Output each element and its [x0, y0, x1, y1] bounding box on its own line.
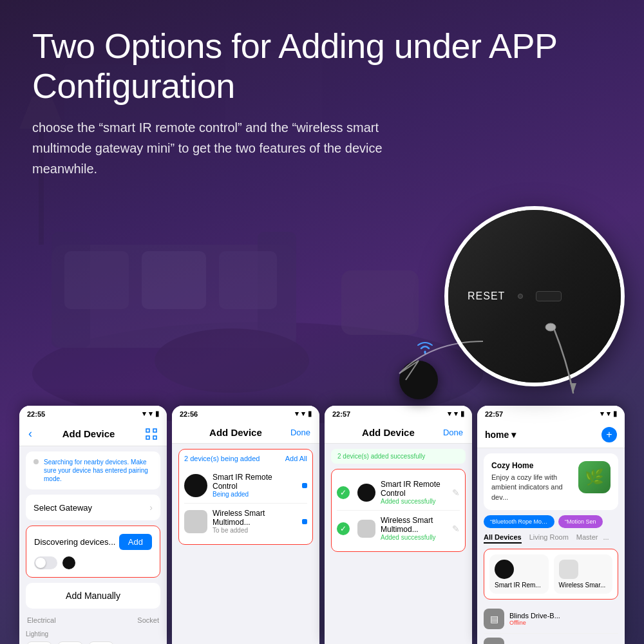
bubble-connector — [367, 335, 496, 399]
star-icon: ★ — [484, 638, 504, 644]
device-card-icon-2 — [559, 560, 578, 579]
plus-button[interactable]: + — [601, 427, 617, 442]
phone4-body: Cozy Home Enjoy a cozy life with ambient… — [477, 448, 625, 644]
device-card-1[interactable]: Smart IR Rem... — [489, 554, 549, 594]
phone3-done-btn[interactable]: Done — [443, 428, 463, 437]
success-banner: 2 device(s) added successfully — [331, 449, 466, 464]
phone2-device2: Wireless Smart Multimod... To be added — [184, 504, 307, 539]
main-title: Two Options for Adding under APP Configu… — [32, 26, 612, 106]
scene-btn-1[interactable]: “Bluetooth Rope Motor 2” C... — [484, 515, 554, 528]
scenes-row: “Bluetooth Rope Motor 2” C... “Motion Se… — [477, 515, 625, 533]
phone2-time: 22:56 — [180, 410, 198, 418]
device2-thumb3 — [357, 520, 375, 538]
battery-icon4: ▮ — [613, 410, 617, 418]
electrical-label: Electrical — [27, 616, 56, 624]
device1-status3: Added successfully — [381, 498, 447, 505]
device1-info: Smart IR Remote Control Being added — [213, 473, 297, 498]
device-card-2[interactable]: Wireless Smar... — [554, 554, 613, 594]
scene-btn-2[interactable]: “Motion Sen — [558, 515, 603, 528]
device2-info3: Wireless Smart Multimod... Added success… — [381, 516, 447, 541]
signal-icon3: ▾ — [448, 410, 451, 418]
more-devices: ▤ Blinds Drive-B... Offline ★ Smart Star… — [484, 605, 618, 644]
gateway-label: Select Gateway — [33, 503, 92, 513]
add-button[interactable]: Add — [119, 534, 152, 550]
phone4-time: 22:57 — [485, 410, 503, 418]
subtitle: choose the “smart IR remote control” and… — [32, 117, 393, 179]
edit-icon2[interactable]: ✎ — [452, 524, 460, 534]
phone3-header: Add Device Done — [325, 422, 472, 444]
phone2-device1: Smart IR Remote Control Being added — [184, 468, 307, 504]
phone1-gateway-row[interactable]: Select Gateway › — [26, 495, 160, 520]
socket-zigbee-icon: ⊠ — [88, 641, 114, 644]
phones-row: 22:55 ▾ ▾ ▮ ‹ Add Device — [0, 399, 644, 644]
phone1-discovering-box: Discovering devices... Add — [26, 526, 160, 578]
socket-wifi-item[interactable]: ⊟ Socket (Wi-Fi) — [57, 641, 84, 644]
tab-master[interactable]: Master — [576, 533, 598, 544]
phone3-device1: ✓ Smart IR Remote Control Added successf… — [337, 475, 460, 511]
phone4-status-bar: 22:57 ▾ ▾ ▮ — [477, 406, 625, 422]
add-all-btn[interactable]: Add All — [285, 455, 307, 462]
socket-wifi-icon: ⊟ — [57, 641, 83, 644]
phone2-devices-box: 2 device(s) being added Add All Smart IR… — [178, 449, 313, 545]
add-manually-section: Add Manually — [26, 583, 160, 609]
device-area: RESET — [380, 206, 625, 399]
battery-icon2: ▮ — [308, 410, 312, 418]
device1-name3: Smart IR Remote Control — [381, 480, 447, 498]
phone2-title: Add Device — [209, 427, 262, 438]
phone3-device2: ✓ Wireless Smart Multimod... Added succe… — [337, 511, 460, 546]
battery-icon: ▮ — [155, 410, 159, 418]
lighting-row: Lighting — [26, 629, 160, 639]
dropdown-chevron[interactable]: ▾ — [511, 430, 516, 440]
svg-rect-14 — [146, 429, 149, 432]
svg-rect-16 — [146, 436, 149, 439]
phone1-status-icons: ▾ ▾ ▮ — [142, 410, 159, 418]
phone1-search-info: Searching for nearby devices. Make sure … — [26, 451, 160, 489]
svg-rect-17 — [153, 436, 156, 439]
phone2-done-btn[interactable]: Done — [290, 428, 310, 437]
home-title: home ▾ — [485, 430, 516, 440]
phone3-devices-box: ✓ Smart IR Remote Control Added successf… — [331, 469, 466, 552]
cozy-text: Enjoy a cozy life with ambient indicator… — [491, 473, 575, 502]
tab-all-devices[interactable]: All Devices — [484, 533, 522, 544]
socket-label: Socket — [137, 616, 159, 624]
cozy-title: Cozy Home — [491, 461, 575, 470]
edit-icon1[interactable]: ✎ — [452, 488, 460, 498]
phone2-status-icons: ▾ ▾ ▮ — [295, 410, 312, 418]
wifi-status-icon: ▾ — [149, 410, 153, 418]
phone1-status-bar: 22:55 ▾ ▾ ▮ — [19, 406, 167, 422]
cozy-icon: 🌿 — [578, 461, 611, 493]
scan-icon[interactable] — [145, 428, 158, 440]
info-dot — [33, 459, 39, 464]
check1-icon: ✓ — [337, 486, 350, 499]
more-device-row-2: ★ Smart Star Pr... — [484, 634, 618, 644]
usb-port — [536, 291, 562, 301]
phone-2: 22:56 ▾ ▾ ▮ Add Device Done 2 device(s) … — [172, 406, 319, 644]
tab-more-dots[interactable]: ... — [603, 533, 609, 544]
manual-icons-row: ⊞ Plug (BLE+WiFi) ⊟ Socket (Wi-Fi) ⊠ Soc… — [19, 639, 167, 644]
tab-living-room[interactable]: Living Room — [529, 533, 569, 544]
plug-item[interactable]: ⊞ Plug (BLE+WiFi) — [26, 641, 53, 644]
device1-name: Smart IR Remote Control — [213, 473, 297, 491]
device3-name: Blinds Drive-B... — [509, 612, 560, 620]
device-card-name-1: Smart IR Rem... — [495, 582, 544, 589]
wifi-status-icon4: ▾ — [607, 410, 611, 418]
main-content: Two Options for Adding under APP Configu… — [0, 0, 644, 644]
plug-icon: ⊞ — [26, 641, 52, 644]
phone1-back-btn[interactable]: ‹ — [28, 427, 32, 440]
toggle-off[interactable] — [34, 556, 57, 569]
phone1-body: Searching for nearby devices. Make sure … — [19, 446, 167, 644]
device1-thumb3 — [357, 484, 375, 502]
added-text: 2 device(s) added successfully — [337, 453, 425, 460]
toggle-circle — [35, 558, 46, 568]
pin-needle — [535, 322, 599, 399]
signal-icon2: ▾ — [295, 410, 299, 418]
socket-zigbee-item[interactable]: ⊠ Socket (Zigbee) — [88, 641, 115, 644]
device2-thumb — [184, 510, 207, 533]
svg-point-13 — [545, 323, 556, 331]
device3-status: Offline — [509, 620, 560, 626]
lighting-label: Lighting — [26, 630, 48, 638]
device-card-icon-1 — [495, 560, 514, 579]
device-card-name-2: Wireless Smar... — [559, 582, 608, 589]
blinds-icon: ▤ — [484, 609, 504, 629]
cozy-card: Cozy Home Enjoy a cozy life with ambient… — [484, 453, 618, 510]
